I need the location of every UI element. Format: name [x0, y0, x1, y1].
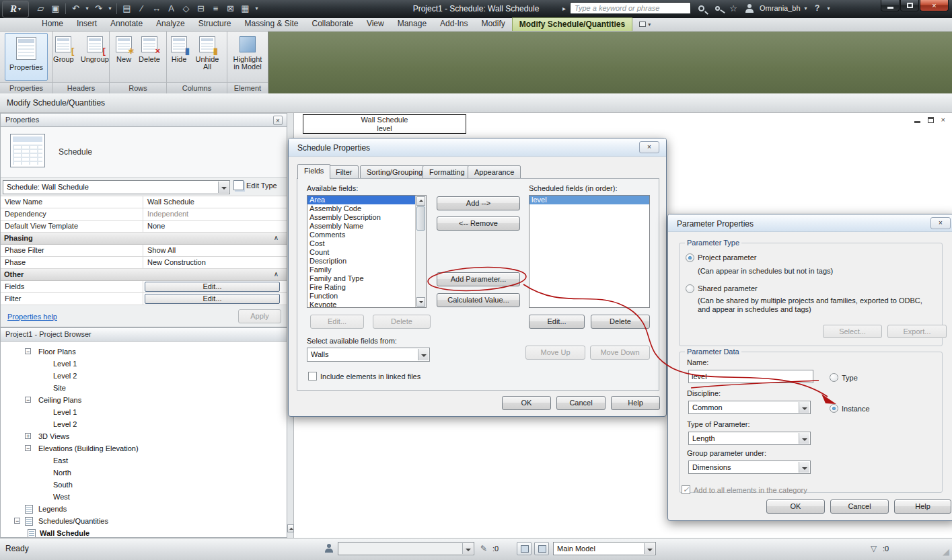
tree-item-level-2[interactable]: Level 2 [1, 370, 287, 382]
view-close-icon[interactable]: × [941, 116, 945, 124]
tab-massing-site[interactable]: Massing & Site [237, 17, 305, 31]
list-scrollbar[interactable] [415, 196, 426, 307]
tree-item-label[interactable]: Elevations (Building Elevation) [38, 442, 139, 454]
schedule-column-header-cell[interactable]: level [303, 124, 466, 134]
available-field-item[interactable]: Keynote [307, 301, 426, 308]
tree-item-east[interactable]: East [1, 454, 287, 467]
help-button[interactable]: Help [894, 499, 951, 514]
tree-item-label[interactable]: West [53, 491, 70, 503]
close-hidden-windows-icon[interactable]: ⊠ [223, 2, 237, 15]
tree-item-schedules-quantities[interactable]: Schedules/Quantities [1, 515, 287, 527]
infocenter-toggle-icon[interactable]: ▸ [562, 5, 566, 12]
chevron-down-icon[interactable] [799, 433, 809, 444]
view-minimize-icon[interactable] [914, 121, 920, 123]
open-icon[interactable]: ▱ [34, 2, 48, 15]
export-button[interactable]: Export... [887, 325, 947, 338]
panel-label-columns[interactable]: Columns [167, 82, 227, 93]
palette-close-icon[interactable]: × [273, 116, 283, 125]
qat-customize-icon[interactable]: ▾ [253, 2, 260, 15]
scroll-up-button[interactable] [287, 524, 294, 532]
edit-scheduled-button[interactable]: Edit... [529, 315, 585, 329]
instance-radio-label[interactable]: Instance [842, 405, 870, 413]
measure-icon[interactable]: ∕ [135, 2, 149, 15]
design-options-button[interactable] [517, 542, 532, 555]
available-field-item[interactable]: Family [307, 266, 426, 274]
tree-item-site[interactable]: Site [1, 382, 287, 394]
text-icon[interactable]: A [164, 2, 178, 15]
name-input[interactable] [688, 370, 813, 383]
tree-item-floor-plans[interactable]: Floor Plans [1, 346, 287, 358]
tab-filter[interactable]: Filter [329, 165, 359, 179]
available-field-item[interactable]: Assembly Code [307, 204, 426, 213]
scheduled-field-item[interactable]: level [529, 196, 649, 204]
schedule-title-cell[interactable]: Wall Schedule [303, 114, 466, 124]
panel-label-element[interactable]: Element [227, 82, 268, 93]
print-icon[interactable]: ▤ [120, 2, 134, 15]
property-row-dependency[interactable]: Dependency Independent [1, 208, 287, 221]
search-icon[interactable] [695, 2, 707, 14]
select-from-combo[interactable]: Walls [307, 348, 430, 362]
chevron-down-icon[interactable] [218, 182, 229, 193]
property-row-view-name[interactable]: View Name Wall Schedule [1, 196, 287, 208]
chevron-down-icon[interactable] [462, 543, 473, 554]
tab-modify-schedule-quantities[interactable]: Modify Schedule/Quantities [512, 17, 632, 31]
apply-button[interactable]: Apply [238, 309, 281, 323]
3d-view-icon[interactable]: ◇ [179, 2, 193, 15]
tree-item-legends[interactable]: Legends [1, 503, 287, 515]
available-field-item[interactable]: Fire Rating [307, 283, 426, 292]
tree-item-3d-views[interactable]: 3D Views [1, 430, 287, 442]
collapse-icon[interactable] [25, 348, 31, 354]
delete-available-button[interactable]: Delete [373, 315, 431, 329]
shared-parameter-label[interactable]: Shared parameter [698, 284, 758, 292]
available-field-item[interactable]: Comments [307, 231, 426, 239]
scroll-up-icon[interactable] [416, 196, 425, 206]
dialog-title-bar[interactable]: Schedule Properties × [289, 138, 666, 157]
remove-field-button[interactable]: <-- Remove [437, 216, 520, 231]
search-input[interactable] [570, 2, 691, 14]
tree-item-label[interactable]: Floor Plans [38, 346, 76, 358]
group-under-combo[interactable]: Dimensions [688, 461, 811, 474]
unhide-all-button[interactable]: ▮ Unhide All [192, 36, 223, 71]
tree-item-label[interactable]: Level 2 [53, 418, 77, 430]
ungroup-button[interactable]: [ Ungroup [81, 36, 109, 63]
shared-parameter-radio[interactable] [686, 284, 694, 293]
tree-item-label[interactable]: North [53, 467, 71, 479]
help-dropdown-icon[interactable]: ▾ [828, 5, 830, 11]
cancel-button[interactable]: Cancel [830, 499, 889, 514]
tree-item-west[interactable]: West [1, 491, 287, 503]
property-row-phase-filter[interactable]: Phase Filter Show All [1, 245, 287, 257]
include-linked-checkbox[interactable] [308, 372, 317, 381]
subscription-key-icon[interactable] [711, 2, 723, 14]
dialog-close-button[interactable]: × [639, 141, 659, 153]
properties-help-link[interactable]: Properties help [7, 313, 57, 321]
worksets-icon[interactable] [324, 544, 334, 553]
move-up-button[interactable]: Move Up [525, 346, 585, 360]
available-field-item[interactable]: Area [307, 196, 426, 204]
available-field-item[interactable]: Cost [307, 239, 426, 248]
instance-radio[interactable] [830, 404, 838, 413]
available-field-item[interactable]: Count [307, 248, 426, 257]
user-name[interactable]: Omrania_bh [760, 4, 801, 12]
tree-item-label[interactable]: East [53, 454, 68, 467]
scrollbar-thumb[interactable] [416, 206, 425, 231]
property-value[interactable]: Show All [143, 245, 287, 256]
properties-palette-header[interactable]: Properties × [1, 114, 287, 127]
dialog-close-button[interactable]: × [930, 217, 951, 229]
exclude-options-button[interactable] [534, 542, 549, 555]
panel-label-rows[interactable]: Rows [110, 82, 166, 93]
edit-available-button[interactable]: Edit... [310, 315, 364, 329]
application-menu-button[interactable]: R ▾ [2, 1, 29, 17]
maximize-button[interactable] [900, 0, 919, 11]
available-field-item[interactable]: Family and Type [307, 274, 426, 283]
type-radio-label[interactable]: Type [842, 374, 858, 382]
chevron-down-icon[interactable] [644, 543, 655, 554]
editable-only-icon[interactable]: ✎ [480, 544, 487, 553]
tab-add-ins[interactable]: Add-Ins [433, 17, 474, 31]
tree-item-elevations[interactable]: Elevations (Building Elevation) [1, 442, 287, 454]
collapse-icon[interactable] [25, 397, 31, 403]
tree-item-label[interactable]: Level 2 [53, 370, 77, 382]
property-row-default-view-template[interactable]: Default View Template None [1, 221, 287, 233]
tree-item-ceiling-plans[interactable]: Ceiling Plans [1, 394, 287, 406]
type-radio[interactable] [830, 373, 838, 382]
fields-edit-button[interactable]: Edit... [145, 282, 280, 292]
